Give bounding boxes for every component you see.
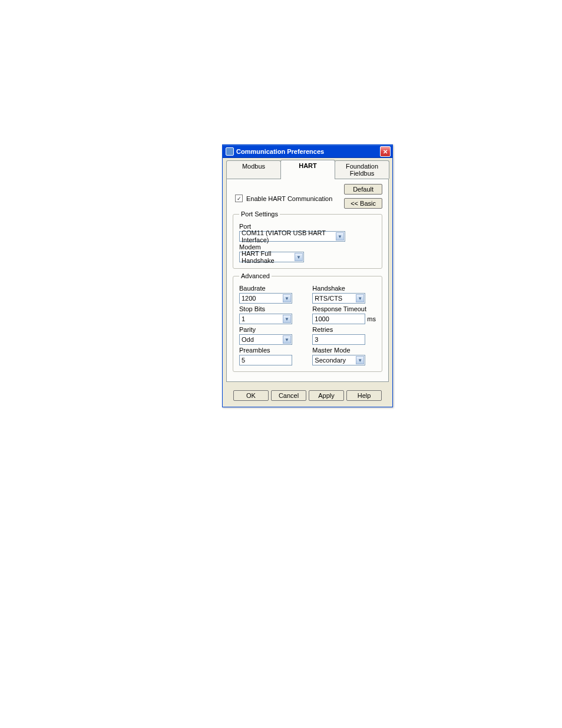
timeout-unit: ms — [367, 315, 376, 322]
master-label: Master Mode — [312, 347, 376, 354]
baudrate-label: Baudrate — [239, 285, 299, 292]
retries-field[interactable]: 3 — [312, 334, 365, 345]
tab-hart[interactable]: HART — [280, 160, 335, 179]
parity-value: Odd — [242, 336, 254, 343]
chevron-down-icon: ▼ — [356, 294, 364, 302]
handshake-select[interactable]: RTS/CTS ▼ — [312, 293, 365, 304]
basic-button[interactable]: << Basic — [344, 198, 382, 209]
enable-hart-label: Enable HART Communication — [246, 195, 332, 202]
master-value: Secondary — [315, 357, 346, 364]
chevron-down-icon: ▼ — [336, 232, 344, 241]
dialog-button-row: OK Cancel Apply Help — [223, 386, 392, 407]
tab-modbus[interactable]: Modbus — [226, 160, 281, 179]
chevron-down-icon: ▼ — [283, 294, 291, 302]
tab-label: HART — [299, 162, 317, 169]
handshake-label: Handshake — [312, 285, 376, 292]
cancel-button[interactable]: Cancel — [271, 390, 306, 401]
port-value: COM11 (VIATOR USB HART Interface) — [242, 229, 343, 243]
titlebar[interactable]: Communication Preferences ✕ — [223, 145, 392, 158]
close-icon: ✕ — [383, 149, 388, 155]
master-mode-select[interactable]: Secondary ▼ — [312, 355, 365, 365]
tab-strip: Modbus HART Foundation Fieldbus — [226, 160, 389, 179]
stopbits-label: Stop Bits — [239, 305, 299, 312]
parity-label: Parity — [239, 326, 299, 333]
retries-value: 3 — [315, 336, 318, 343]
preambles-field[interactable]: 5 — [239, 355, 292, 365]
baudrate-select[interactable]: 1200 ▼ — [239, 293, 292, 304]
retries-label: Retries — [312, 326, 376, 333]
enable-hart-checkbox[interactable]: ✓ — [235, 195, 243, 202]
tab-foundation-fieldbus[interactable]: Foundation Fieldbus — [335, 160, 389, 179]
parity-select[interactable]: Odd ▼ — [239, 334, 292, 345]
close-button[interactable]: ✕ — [380, 146, 391, 157]
chevron-down-icon: ▼ — [295, 253, 303, 261]
chevron-down-icon: ▼ — [356, 356, 364, 364]
handshake-value: RTS/CTS — [315, 295, 342, 302]
window-title: Communication Preferences — [236, 148, 324, 155]
preambles-value: 5 — [242, 357, 245, 364]
help-button[interactable]: Help — [346, 390, 382, 401]
stopbits-select[interactable]: 1 ▼ — [239, 314, 292, 324]
modem-value: HART Full Handshake — [242, 250, 302, 264]
stopbits-value: 1 — [242, 315, 245, 322]
modem-select[interactable]: HART Full Handshake ▼ — [239, 252, 304, 262]
chevron-down-icon: ▼ — [283, 335, 291, 344]
app-icon — [226, 147, 234, 156]
timeout-value: 1000 — [315, 315, 329, 322]
apply-button[interactable]: Apply — [309, 390, 344, 401]
baudrate-value: 1200 — [242, 295, 256, 302]
tab-body-hart: Default << Basic ✓ Enable HART Communica… — [226, 179, 389, 382]
tab-label: Foundation Fieldbus — [346, 163, 378, 177]
timeout-label: Response Timeout — [312, 305, 376, 312]
preambles-label: Preambles — [239, 347, 299, 354]
timeout-field[interactable]: 1000 — [312, 314, 365, 324]
port-select[interactable]: COM11 (VIATOR USB HART Interface) ▼ — [239, 231, 345, 242]
port-settings-legend: Port Settings — [239, 210, 280, 218]
ok-button[interactable]: OK — [233, 390, 269, 401]
tab-label: Modbus — [242, 163, 265, 170]
chevron-down-icon: ▼ — [283, 315, 291, 323]
check-icon: ✓ — [237, 196, 242, 202]
communication-preferences-dialog: Communication Preferences ✕ Modbus HART … — [222, 144, 393, 407]
port-settings-group: Port Settings Port COM11 (VIATOR USB HAR… — [233, 210, 382, 269]
advanced-legend: Advanced — [239, 272, 272, 279]
default-button[interactable]: Default — [344, 184, 382, 195]
advanced-group: Advanced Baudrate 1200 ▼ Stop Bits 1 ▼ P… — [233, 272, 382, 372]
